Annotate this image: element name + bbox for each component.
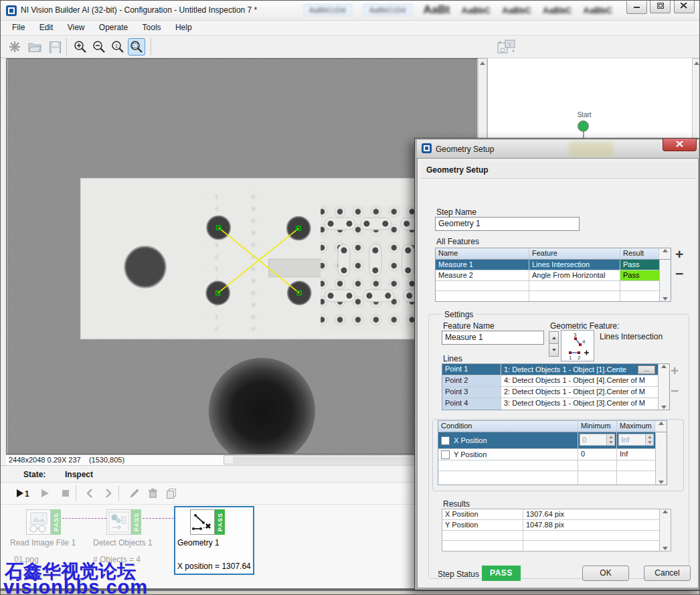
add-line-button[interactable]: +	[671, 365, 679, 377]
stop-icon[interactable]	[57, 485, 74, 501]
results-table-scrollbar[interactable]	[659, 509, 671, 551]
col-result[interactable]: Result	[620, 248, 659, 259]
watermark-line2: visionbbs.com	[3, 576, 148, 595]
svg-text:1: 1	[569, 355, 572, 361]
empty-row	[436, 291, 659, 301]
run-once-icon[interactable]: 1	[14, 485, 31, 501]
menu-help[interactable]: Help	[169, 21, 198, 34]
col-condition[interactable]: Condition	[438, 421, 578, 432]
geometry-icon	[190, 509, 215, 535]
col-maximum[interactable]: Maximum	[617, 421, 655, 432]
toolbar: 1 ?	[1, 35, 700, 58]
browse-button[interactable]: ...	[638, 365, 655, 374]
image-status-text: 2448x2048 0.29X 237 (1530,805)	[9, 456, 124, 464]
svg-text:1: 1	[115, 43, 118, 49]
feature-name-input[interactable]: Measure 1	[442, 331, 544, 345]
spin-up-icon[interactable]	[549, 331, 559, 344]
background-style-gallery: AaBbCcDd AaBbCcDd AaBt AaBbC AaBbC AaBbC…	[303, 3, 623, 17]
cancel-button[interactable]: Cancel	[644, 566, 691, 581]
zoom-to-fit-icon[interactable]	[128, 38, 145, 56]
dialog-close-button[interactable]	[663, 139, 697, 151]
vbai-main-window: NI Vision Builder AI (32-bit) - Configur…	[0, 0, 700, 595]
open-folder-icon[interactable]	[26, 38, 43, 56]
menu-edit[interactable]: Edit	[33, 21, 60, 34]
condition-row[interactable]: X Position 0 Inf	[438, 432, 655, 449]
ok-button[interactable]: OK	[582, 566, 629, 581]
line-point-row[interactable]: Point 2 4: Detect Objects 1 - Object [4]…	[442, 375, 658, 387]
remove-feature-button[interactable]: −	[675, 268, 683, 280]
menu-operate[interactable]: Operate	[93, 21, 134, 34]
empty-row	[436, 281, 659, 291]
result-row: X Position 1307.64 pix	[442, 509, 659, 520]
line-point-row[interactable]: Point 1 1: Detect Objects 1 - Object [1]…	[442, 364, 658, 375]
condition-table-scrollbar[interactable]	[655, 432, 667, 485]
detect-objects-icon	[106, 509, 131, 535]
lines-label: Lines	[443, 354, 462, 363]
step-name[interactable]: Read Image File 1	[10, 538, 76, 547]
step-pass-badge: PASS	[215, 509, 225, 535]
add-feature-button[interactable]: +	[675, 248, 683, 260]
zoom-out-icon[interactable]	[90, 38, 108, 56]
menu-file[interactable]: File	[6, 21, 31, 34]
col-feature[interactable]: Feature	[529, 248, 620, 259]
menu-view[interactable]: View	[62, 21, 91, 34]
close-button[interactable]	[674, 1, 695, 13]
condition-row[interactable]: Y Position 0 Inf	[438, 449, 655, 460]
results-label: Results	[443, 499, 470, 509]
start-node[interactable]	[578, 120, 589, 132]
lines-table-scrollbar[interactable]	[658, 364, 669, 410]
feature-row[interactable]: Measure 2 Angle From Horizontal Pass	[436, 270, 659, 281]
new-inspection-icon[interactable]	[6, 38, 23, 56]
lines-intersection-icon: 12 34	[561, 330, 594, 361]
spin-down-icon[interactable]	[549, 344, 559, 357]
step-geometry[interactable]: PASS	[190, 509, 225, 535]
copy-step-icon[interactable]	[163, 485, 180, 501]
feature-row[interactable]: Measure 1 Lines Intersection Pass	[436, 260, 659, 270]
minimize-button[interactable]	[626, 1, 647, 14]
x-position-checkbox[interactable]	[441, 436, 450, 445]
edit-step-icon[interactable]	[125, 485, 143, 501]
step-name[interactable]: Detect Objects 1	[93, 538, 153, 547]
y-position-checkbox[interactable]	[441, 450, 450, 459]
delete-step-icon[interactable]	[144, 485, 161, 501]
remove-line-button[interactable]: −	[671, 385, 679, 397]
maximum-spinbox[interactable]: Inf	[618, 434, 654, 446]
camera-image	[7, 59, 478, 454]
col-minimum[interactable]: Minimum	[578, 421, 617, 432]
run-continuous-icon[interactable]	[37, 485, 54, 501]
inspection-image-view[interactable]	[6, 58, 478, 454]
menu-tools[interactable]: Tools	[137, 21, 167, 34]
line-point-row[interactable]: Point 3 2: Detect Objects 1 - Object [2]…	[442, 387, 658, 398]
state-value: Inspect	[65, 470, 93, 479]
col-name[interactable]: Name	[436, 248, 529, 259]
minimum-spinbox[interactable]: 0	[580, 434, 615, 446]
step-status-label: Step Status	[438, 570, 479, 579]
geometric-feature-spinner[interactable]	[549, 331, 559, 357]
previous-icon[interactable]	[81, 485, 98, 501]
empty-row	[442, 541, 659, 551]
window-title: NI Vision Builder AI (32-bit) - Configur…	[21, 5, 257, 15]
zoom-in-icon[interactable]	[72, 38, 89, 56]
geometry-setup-dialog: Geometry Setup Geometry Setup Step Name …	[414, 138, 700, 590]
save-icon[interactable]	[46, 38, 64, 56]
style-gallery-item: AaBbC	[584, 5, 612, 15]
style-gallery-item: AaBt	[424, 3, 450, 17]
result-cell: Pass	[620, 270, 659, 280]
feature-name-label: Feature Name	[443, 321, 495, 331]
dialog-title-bar[interactable]: Geometry Setup	[417, 140, 699, 158]
maximize-button[interactable]	[650, 1, 671, 13]
line-point-row[interactable]: Point 4 3: Detect Objects 1 - Object [3]…	[442, 398, 658, 410]
switch-view-icon[interactable]	[496, 38, 517, 56]
zoom-one-to-one-icon[interactable]: 1	[109, 38, 126, 56]
step-pass-badge: PASS	[51, 509, 61, 535]
geometric-feature-label: Geometric Feature:	[550, 321, 619, 331]
geometric-feature-value: Lines Intersection	[600, 332, 663, 341]
step-read-image-file[interactable]: PASS	[26, 509, 61, 535]
next-icon[interactable]	[100, 485, 117, 501]
features-table-scrollbar[interactable]	[659, 260, 671, 301]
menu-bar: File Edit View Operate Tools Help	[1, 21, 700, 35]
step-name-input[interactable]: Geometry 1	[435, 217, 580, 231]
step-pass-badge: PASS	[131, 509, 141, 535]
step-detect-objects[interactable]: PASS	[106, 509, 141, 535]
step-name[interactable]: Geometry 1	[177, 538, 220, 547]
